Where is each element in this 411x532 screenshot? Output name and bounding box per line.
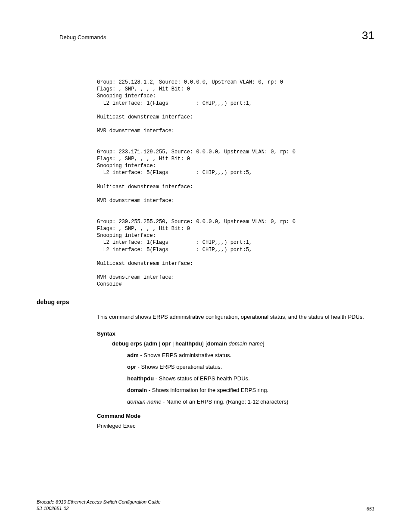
param-adm-name: adm (127, 352, 139, 358)
param-opr: opr - Shows ERPS operational status. (127, 364, 374, 370)
param-adm-desc: - Shows ERPS administrative status. (139, 352, 231, 358)
param-opr-name: opr (127, 364, 136, 370)
param-domain-name-item: domain-name - Name of an ERPS ring. (Ran… (127, 398, 374, 405)
syntax-opt-adm: adm (146, 340, 157, 347)
page-footer: Brocade 6910 Ethernet Access Switch Conf… (37, 499, 374, 511)
footer-page-number: 651 (367, 506, 374, 511)
param-domain-name: domain (127, 387, 147, 393)
syntax-opt-opr: opr (162, 340, 171, 347)
command-mode-value: Privileged Exec (97, 423, 374, 429)
page-header: Debug Commands 31 (37, 29, 374, 42)
section-title: debug erps (37, 299, 374, 305)
param-domain-desc: - Shows information for the specified ER… (147, 387, 268, 393)
syntax-close2: ] (263, 340, 265, 347)
syntax-opt-domain: domain (207, 340, 227, 347)
param-domainname-desc: - Name of an ERPS ring. (Range: 1-12 cha… (162, 398, 289, 405)
chapter-number: 31 (362, 29, 374, 42)
syntax-brace: { (142, 340, 146, 347)
syntax-cmd: debug erps (112, 340, 142, 347)
syntax-close1: } [ (202, 340, 207, 347)
footer-doc-number: 53-1002651-02 (37, 505, 161, 511)
syntax-sep1: | (157, 340, 162, 347)
syntax-sep2: | (171, 340, 175, 347)
terminal-output: Group: 225.128.1.2, Source: 0.0.0.0, Ups… (97, 79, 374, 288)
footer-doc-title: Brocade 6910 Ethernet Access Switch Conf… (37, 499, 161, 505)
param-domainname-name: domain-name (127, 398, 162, 405)
param-adm: adm - Shows ERPS administrative status. (127, 352, 374, 358)
command-mode-heading: Command Mode (97, 413, 374, 419)
syntax-opt-healthpdu: healthpdu (175, 340, 202, 347)
param-domain: domain - Shows information for the speci… (127, 387, 374, 393)
param-healthpdu-name: healthpdu (127, 375, 154, 382)
header-title: Debug Commands (37, 34, 106, 40)
param-opr-desc: - Shows ERPS operational status. (136, 364, 222, 370)
footer-left: Brocade 6910 Ethernet Access Switch Conf… (37, 499, 161, 511)
syntax-heading: Syntax (97, 330, 374, 337)
syntax-command-line: debug erps {adm | opr | healthpdu} [doma… (112, 340, 374, 347)
param-healthpdu-desc: - Shows status of ERPS health PDUs. (154, 375, 250, 382)
syntax-param: domain-name (229, 340, 263, 347)
section-description: This command shows ERPS administrative c… (97, 313, 374, 321)
param-healthpdu: healthpdu - Shows status of ERPS health … (127, 375, 374, 382)
